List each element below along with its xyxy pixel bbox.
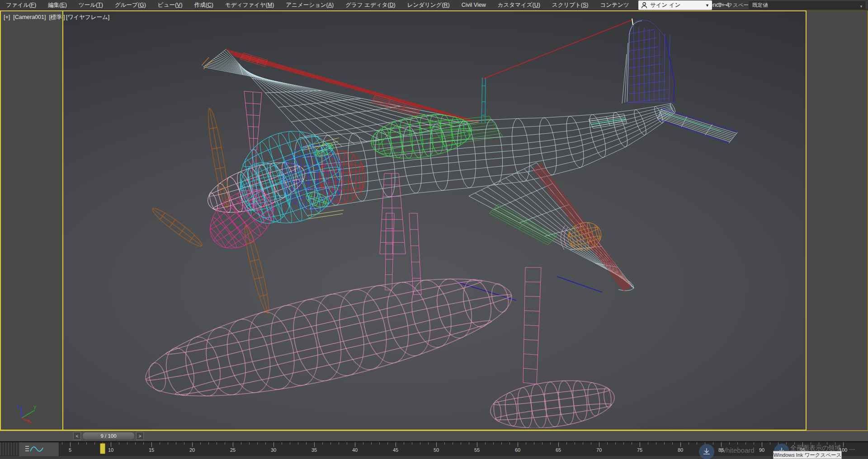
timeline-tick [86,442,87,445]
menu-item[interactable]: Civil View [456,0,492,10]
ink-whiteboard-icon[interactable] [699,444,714,459]
previous-frame-button[interactable]: < [73,432,81,440]
menu-item[interactable]: カスタマイズ(U) [492,0,546,10]
timeline-tick [274,442,274,447]
timeline-tick [233,442,233,447]
timeline-tick [762,442,762,447]
axis-y-label: y [33,404,37,410]
current-frame-display[interactable]: 9 / 100 [82,432,135,440]
timeline-tick [290,442,290,445]
timeline-tick-label: 55 [470,447,484,453]
timeline-tick [745,442,746,445]
timeline-tick [217,442,217,445]
timeline-tick-label: 65 [552,447,565,453]
timeline-tick [127,442,127,445]
timeline-tick-label: 75 [633,447,646,453]
timeline-tick-label: 30 [267,447,280,453]
timeline-tick [697,442,697,445]
timeline-tick [404,442,404,445]
mini-curve-editor-button[interactable] [19,442,59,456]
viewport-label[interactable]: [+] [Camera001] [標準 ] [4,14,65,21]
timeline-tick [436,442,437,447]
timeline-tick [428,442,429,445]
timeline-tick [786,442,787,445]
timeline-tick-label: 70 [592,447,606,453]
timeline-tick [623,442,624,445]
timeline-tick [444,442,445,445]
menu-item[interactable]: 作成(C) [189,0,219,10]
timeline-tick [689,442,689,445]
timeline-tick-label: 80 [674,447,687,453]
timeline-tick [355,442,355,447]
workspace-dropdown[interactable]: 既定値 ▼ [749,1,865,9]
menu-item[interactable]: モディファイヤ(M) [219,0,280,10]
timeline-tick [168,442,168,445]
world-axis-gizmo: z y x [9,403,42,430]
timeline-tick [160,442,160,445]
menu-item[interactable]: 編集(E) [42,0,73,10]
timeline-tick [672,442,673,445]
workspace-value: 既定値 [752,2,768,8]
menu-item[interactable]: ファイル(F) [0,0,42,10]
timeline-tick [534,442,534,445]
timeline-tick [591,442,591,445]
timeline-tick [306,442,307,445]
timeline-tick [192,442,193,447]
timeline-tick [664,442,665,445]
menu-item[interactable]: アニメーション(A) [280,0,340,10]
next-frame-button[interactable]: > [136,432,144,440]
timeline-tick [265,442,266,445]
user-icon [641,2,647,9]
menu-item[interactable]: ビュー(V) [152,0,189,10]
workspace-dropdown-arrow: ▼ [859,3,863,10]
timeline-tick-label: 35 [307,447,321,453]
timeline-tick [843,442,844,447]
viewport-shading-label[interactable]: [ワイヤフレーム] [66,14,109,21]
timeline-tick [363,442,363,445]
timeline-overflow-dots[interactable]: ⋯ [849,446,856,453]
sign-in-button[interactable]: サイン イン ▼ [638,0,712,10]
menu-item[interactable]: レンダリング(R) [401,0,456,10]
timeline-tick [298,442,298,445]
timeline-tick [135,442,136,445]
timeline-tick [518,442,518,447]
camera-viewport[interactable] [62,11,806,430]
timeline-tick [542,442,542,445]
sign-in-dropdown-arrow[interactable]: ▼ [705,3,709,8]
menu-item[interactable]: ツール(T) [73,0,109,10]
timeline-tick [387,442,388,445]
menu-item[interactable]: グループ(G) [109,0,152,10]
timeline-tick [184,442,184,445]
timeline-grip-handle[interactable] [0,442,19,456]
timeline-tick [680,442,681,447]
windows-ink-tooltip: Windows Ink ワークスペース [773,451,842,459]
timeline-tick [526,442,526,445]
timeline-tick-label: 10 [104,447,118,453]
timeline-tick [754,442,754,445]
frame-nav-bar: < 9 / 100 > [0,431,868,441]
ink-ghost-whiteboard-label: Whiteboard [720,446,755,454]
time-slider-handle[interactable] [100,443,105,454]
timeline-tick [339,442,339,445]
timeline-tick [111,442,111,447]
timeline-tick [575,442,575,445]
bottom-strip [0,455,868,459]
wireframe-seaplane-model[interactable] [63,11,805,428]
timeline-tick [599,442,599,447]
timeline-tick [501,442,502,445]
menu-item[interactable]: コンテンツ [594,0,635,10]
menu-item[interactable]: スクリプト(S) [546,0,594,10]
timeline-tick [70,442,71,447]
timeline-tick [94,442,95,445]
timeline-tick [550,442,551,445]
viewport-area: [+] [Camera001] [標準 ] [ワイヤフレーム] z y x [0,10,868,431]
timeline-tick [143,442,144,445]
timeline-tick-label: 50 [429,447,443,453]
timeline-tick [566,442,567,445]
menu-bar: ファイル(F)編集(E)ツール(T)グループ(G)ビュー(V)作成(C)モディフ… [0,0,868,10]
timeline-tick-label: 40 [348,447,362,453]
timeline-tick [469,442,469,445]
timeline-tick [453,442,453,445]
menu-item[interactable]: グラフ エディタ(D) [340,0,401,10]
timeline-tick [607,442,608,445]
